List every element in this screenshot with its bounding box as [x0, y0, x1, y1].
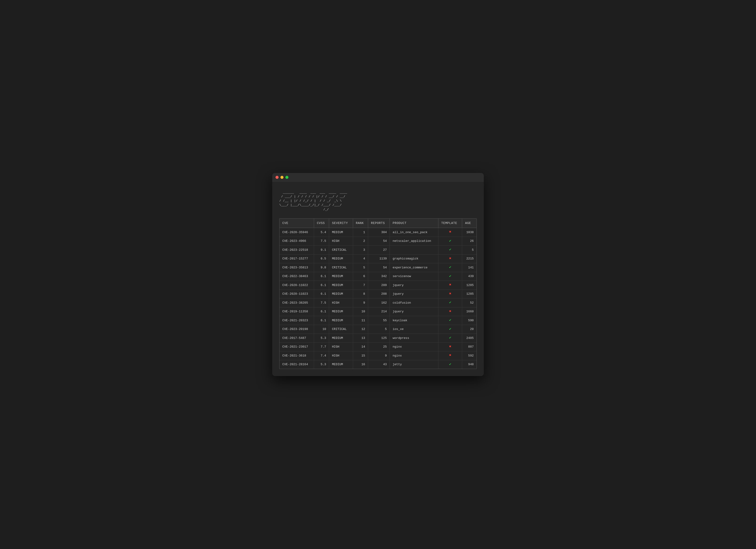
cell-reports: 1139 — [368, 254, 390, 263]
cell-cvss: 7.5 — [314, 237, 329, 246]
cell-age: 1660 — [462, 307, 476, 316]
cell-rank: 11 — [353, 316, 368, 325]
cell-cvss: 6.1 — [314, 316, 329, 325]
template-yes-icon: ✔ — [449, 362, 451, 366]
cve-table: CVE CVSS SEVERITY RANK REPORTS PRODUCT T… — [280, 219, 476, 369]
cell-cvss: 6.1 — [314, 307, 329, 316]
close-button[interactable] — [276, 176, 279, 179]
cell-template: ✖ — [438, 307, 462, 316]
cell-age: 439 — [462, 272, 476, 281]
col-header-reports: REPORTS — [368, 219, 390, 228]
cell-cve: CVE-2019-11358 — [280, 307, 314, 316]
table-row: CVE-2021-28164 5.3 MEDIUM 16 43 jetty ✔ … — [280, 360, 476, 369]
cell-rank: 14 — [353, 342, 368, 351]
cell-cve: CVE-2021-23017 — [280, 342, 314, 351]
cell-cvss: 5.3 — [314, 360, 329, 369]
cell-rank: 1 — [353, 228, 368, 237]
cell-cvss: 10 — [314, 325, 329, 334]
cell-age: 1038 — [462, 228, 476, 237]
cell-product: keycloak — [390, 316, 438, 325]
cell-age: 948 — [462, 360, 476, 369]
cell-age: 20 — [462, 325, 476, 334]
table-row: CVE-2022-38463 6.1 MEDIUM 6 342 servicen… — [280, 272, 476, 281]
cell-severity: MEDIUM — [329, 290, 353, 298]
template-no-icon: ✖ — [449, 257, 451, 261]
cell-cvss: 6.5 — [314, 254, 329, 263]
cell-severity: MEDIUM — [329, 360, 353, 369]
table-row: CVE-2023-35813 9.8 CRITICAL 5 54 experie… — [280, 263, 476, 272]
cell-cvss: 7.7 — [314, 342, 329, 351]
cell-product: jquery — [390, 307, 438, 316]
cell-rank: 3 — [353, 246, 368, 255]
table-row: CVE-2023-4966 7.5 HIGH 2 54 netscaler_ap… — [280, 237, 476, 246]
template-yes-icon: ✔ — [449, 327, 451, 331]
cell-cvss: 9.1 — [314, 246, 329, 255]
col-header-cve: CVE — [280, 219, 314, 228]
cell-rank: 12 — [353, 325, 368, 334]
cell-rank: 9 — [353, 298, 368, 307]
cell-cve: CVE-2023-20198 — [280, 325, 314, 334]
cell-reports: 214 — [368, 307, 390, 316]
cell-reports: 54 — [368, 263, 390, 272]
table-row: CVE-2023-22518 9.1 CRITICAL 3 27 ✔ 5 — [280, 246, 476, 255]
cell-severity: HIGH — [329, 351, 353, 360]
cell-rank: 2 — [353, 237, 368, 246]
maximize-button[interactable] — [285, 176, 288, 179]
titlebar — [272, 173, 484, 182]
cell-product: graphicsmagick — [390, 254, 438, 263]
cell-product: nginx — [390, 342, 438, 351]
table-header-row: CVE CVSS SEVERITY RANK REPORTS PRODUCT T… — [280, 219, 476, 228]
cell-severity: HIGH — [329, 342, 353, 351]
table-row: CVE-2021-20323 6.1 MEDIUM 11 55 keycloak… — [280, 316, 476, 325]
cell-cve: CVE-2023-35813 — [280, 263, 314, 272]
template-yes-icon: ✔ — [449, 239, 451, 243]
cell-template: ✖ — [438, 254, 462, 263]
cell-product: jetty — [390, 360, 438, 369]
cell-reports: 304 — [368, 228, 390, 237]
cell-template: ✔ — [438, 272, 462, 281]
cell-age: 590 — [462, 316, 476, 325]
cell-cvss: 7.5 — [314, 298, 329, 307]
cell-rank: 16 — [353, 360, 368, 369]
cell-rank: 6 — [353, 272, 368, 281]
col-header-product: PRODUCT — [390, 219, 438, 228]
table-row: CVE-2020-11023 6.1 MEDIUM 8 208 jquery ✖… — [280, 290, 476, 298]
cell-product — [390, 246, 438, 255]
minimize-button[interactable] — [280, 176, 283, 179]
template-no-icon: ✖ — [449, 345, 451, 349]
cell-reports: 342 — [368, 272, 390, 281]
cell-cve: CVE-2021-3618 — [280, 351, 314, 360]
cell-severity: MEDIUM — [329, 272, 353, 281]
cell-severity: CRITICAL — [329, 246, 353, 255]
template-yes-icon: ✔ — [449, 301, 451, 305]
terminal-window: ______ ____ ___ ___ ____ ____ / ___/ | /… — [272, 173, 484, 376]
template-yes-icon: ✔ — [449, 265, 451, 269]
cell-cvss: 7.4 — [314, 351, 329, 360]
cell-template: ✖ — [438, 342, 462, 351]
cell-product: wordpress — [390, 334, 438, 343]
template-no-icon: ✖ — [449, 292, 451, 296]
cell-severity: CRITICAL — [329, 325, 353, 334]
cell-rank: 5 — [353, 263, 368, 272]
cell-cvss: 5.4 — [314, 228, 329, 237]
cell-cve: CVE-2023-4966 — [280, 237, 314, 246]
cell-reports: 162 — [368, 298, 390, 307]
col-header-age: AGE — [462, 219, 476, 228]
table-row: CVE-2019-11358 6.1 MEDIUM 10 214 jquery … — [280, 307, 476, 316]
table-row: CVE-2021-3618 7.4 HIGH 15 9 nginx ✖ 592 — [280, 351, 476, 360]
cell-template: ✔ — [438, 263, 462, 272]
cell-template: ✔ — [438, 360, 462, 369]
cell-product: ios_xe — [390, 325, 438, 334]
cell-template: ✔ — [438, 325, 462, 334]
table-row: CVE-2017-15277 6.5 MEDIUM 4 1139 graphic… — [280, 254, 476, 263]
cell-reports: 27 — [368, 246, 390, 255]
cell-severity: MEDIUM — [329, 316, 353, 325]
cell-cve: CVE-2022-38463 — [280, 272, 314, 281]
table-row: CVE-2020-35946 5.4 MEDIUM 1 304 all_in_o… — [280, 228, 476, 237]
cell-severity: MEDIUM — [329, 254, 353, 263]
cell-rank: 13 — [353, 334, 368, 343]
cell-product: experience_commerce — [390, 263, 438, 272]
cell-age: 26 — [462, 237, 476, 246]
col-header-template: TEMPLATE — [438, 219, 462, 228]
cell-age: 887 — [462, 342, 476, 351]
